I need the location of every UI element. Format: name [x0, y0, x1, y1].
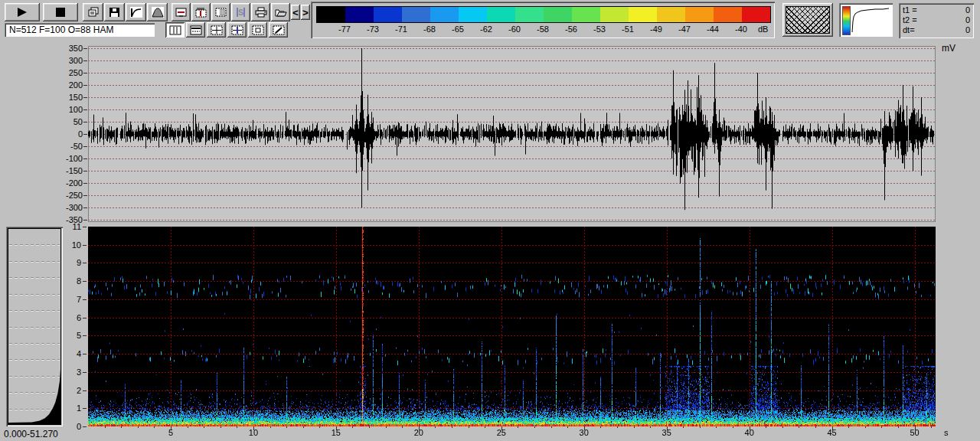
spectrogram-view-button[interactable]: [191, 3, 211, 21]
osc-y-tick: [83, 134, 87, 135]
spectrogram-canvas[interactable]: [88, 227, 936, 426]
db-scale-segment: [459, 7, 487, 22]
osc-y-tick: [83, 60, 87, 61]
spec-y-tick: [83, 354, 87, 354]
box-cross-icon: [211, 25, 223, 35]
spec-y-tick-label: 8: [67, 276, 81, 286]
bell-curve-icon: [152, 7, 164, 18]
box-inner-icon: [252, 25, 264, 35]
osc-y-tick: [83, 171, 87, 172]
osc-y-tick: [83, 195, 87, 196]
db-scale-segment: [714, 7, 742, 22]
db-scale-tick-label: -73: [362, 24, 384, 34]
spec-y-tick-label: 5: [67, 331, 81, 340]
edit-mode-button[interactable]: [269, 22, 288, 38]
spec-y-tick-label: 2: [67, 386, 81, 395]
window-function-button[interactable]: [147, 3, 168, 21]
db-scale-tick-label: -40: [730, 24, 752, 34]
analysis-params-field[interactable]: N=512 F=100 O=88 HAM: [5, 23, 155, 37]
osc-y-tick: [83, 220, 87, 220]
db-scale-tick-label: -71: [390, 24, 412, 34]
db-scale-tick-label: -47: [674, 24, 695, 34]
spec-y-tick: [83, 263, 87, 263]
db-scale-tick-label: -49: [645, 24, 667, 34]
db-scale-segment: [430, 7, 459, 22]
oscillogram-view-button[interactable]: [172, 3, 191, 21]
osc-y-tick: [83, 48, 87, 49]
copy-display-button[interactable]: [83, 3, 103, 21]
osc-y-tick: [83, 207, 87, 208]
db-scale-tick-label: -68: [419, 24, 440, 34]
print-button[interactable]: [251, 3, 270, 21]
db-scale-segment: [742, 7, 770, 22]
db-scale-segment: [345, 7, 374, 22]
osc-y-tick: [83, 183, 87, 184]
next-button[interactable]: >: [301, 5, 310, 20]
svg-text:S: S: [238, 8, 243, 17]
db-scale-tick-label: -44: [702, 24, 724, 34]
level-histogram-panel: [6, 227, 63, 426]
spec-y-tick-label: 10: [67, 240, 81, 250]
texture-button[interactable]: [782, 3, 833, 37]
layout-inner-box-button[interactable]: [248, 22, 267, 38]
play-button[interactable]: [5, 3, 40, 21]
oscillogram-y-axis: 350300250200150100500-50-100-150-200-250…: [55, 41, 87, 222]
db-scale-tick-label: -77: [334, 24, 355, 34]
spec-y-tick-label: 9: [67, 258, 81, 267]
spec-y-tick-label: 6: [67, 313, 81, 322]
spec-y-tick-label: 7: [67, 295, 81, 304]
prev-button[interactable]: <: [291, 5, 300, 20]
oscillogram-unit-label: mV: [942, 43, 956, 54]
osc-y-tick-label: 300: [55, 56, 83, 65]
spec-y-tick: [83, 245, 87, 246]
oscillogram-canvas[interactable]: [88, 46, 936, 222]
layout-cross-marker-button[interactable]: [227, 22, 247, 38]
dt-label: dt=: [903, 25, 915, 35]
osc-y-tick: [83, 73, 87, 74]
spec-x-tick-label: 25: [492, 428, 511, 437]
osc-y-tick: [83, 109, 87, 110]
layout-vertical-lines-button[interactable]: [165, 22, 185, 38]
box-topline-icon: [190, 25, 202, 35]
db-scale-tick-label: -56: [560, 24, 582, 34]
selection-fill-button[interactable]: [211, 3, 230, 21]
db-scale-segment: [685, 7, 714, 22]
play-icon: [15, 7, 29, 18]
db-scale-segment: [402, 7, 430, 22]
spec-y-tick: [83, 390, 87, 391]
spectrogram-x-axis: 5101520253035404550: [84, 428, 949, 440]
osc-y-tick-label: -200: [55, 178, 83, 188]
osc-y-tick-label: 150: [55, 93, 83, 102]
db-scale-tick-label: -51: [617, 24, 639, 34]
spec-x-tick-label: 45: [823, 428, 841, 437]
curve-icon: [130, 7, 142, 18]
db-scale-segment: [629, 7, 657, 22]
db-scale-unit-label: dB: [758, 24, 768, 34]
segment-marker-button[interactable]: S: [231, 3, 250, 21]
open-button[interactable]: [271, 3, 290, 21]
osc-y-tick-label: -100: [55, 154, 83, 163]
spec-y-tick-label: 3: [67, 368, 81, 377]
stop-button[interactable]: [43, 3, 78, 21]
save-button[interactable]: [104, 3, 125, 21]
osc-y-tick-label: -150: [55, 166, 83, 175]
db-scale-panel: -77-73-71-68-65-62-60-58-56-53-51-49-47-…: [311, 2, 775, 38]
cursor-row-t1: t1 = 0: [899, 5, 974, 15]
layout-top-line-button[interactable]: [186, 22, 205, 38]
db-scale-bar: [316, 6, 771, 23]
spec-x-tick-label: 35: [658, 428, 676, 437]
spectrogram-y-axis: 11109876543210: [66, 222, 87, 429]
osc-y-tick-label: 100: [55, 105, 83, 114]
dashed-box-checker-icon: [215, 7, 227, 18]
transfer-curve-button[interactable]: [126, 3, 146, 21]
spec-y-tick: [83, 318, 87, 318]
app-window: { "status": { "text": "N=512 F=100 O=88 …: [0, 0, 980, 441]
osc-y-tick: [83, 146, 87, 147]
cursor-panel: t1 = 0 t2 = 0 dt= 0: [899, 3, 974, 38]
spec-x-tick-label: 30: [575, 428, 593, 437]
spec-y-tick: [83, 335, 87, 336]
spec-x-tick-label: 20: [410, 428, 428, 437]
spec-y-tick: [83, 408, 87, 409]
layout-cross-button[interactable]: [207, 22, 226, 38]
db-scale-segment: [515, 7, 544, 22]
